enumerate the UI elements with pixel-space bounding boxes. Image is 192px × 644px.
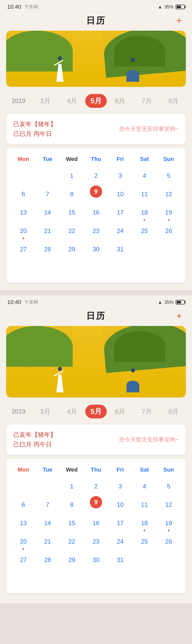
- month-4[interactable]: 4月: [59, 95, 85, 108]
- cal-cell-5[interactable]: 5: [156, 167, 181, 184]
- cal2-cell-12[interactable]: 12: [156, 496, 181, 513]
- cal-cell-empty-3: [132, 241, 157, 258]
- cal2-cell-1[interactable]: 1: [60, 478, 84, 495]
- cal2-cell-27[interactable]: 27: [11, 551, 36, 569]
- cal-cell-6[interactable]: 6: [11, 185, 36, 203]
- month-5-active[interactable]: 5月: [85, 94, 107, 108]
- add-button-1[interactable]: +: [176, 15, 182, 26]
- cal2-cell-16[interactable]: 16: [84, 514, 108, 532]
- cal-cell-13[interactable]: 13: [11, 204, 36, 221]
- status-brand-1: 千库网: [24, 4, 38, 10]
- cal2-empty-6: [36, 570, 60, 587]
- cal2-cell-25[interactable]: 25: [132, 533, 157, 550]
- add-button-2[interactable]: +: [176, 311, 182, 321]
- cal-cell-24[interactable]: 24: [108, 222, 132, 240]
- cal2-cell-23[interactable]: 23: [84, 533, 108, 550]
- cal-cell-28[interactable]: 28: [36, 241, 60, 258]
- cal2-cell-6[interactable]: 6: [11, 496, 36, 513]
- month-8-s2[interactable]: 8月: [160, 405, 187, 418]
- month-6[interactable]: 6月: [107, 95, 133, 108]
- hill-right2-2: [114, 331, 165, 362]
- cal2-cell-today[interactable]: 9: [90, 496, 102, 508]
- cal2-cell-26[interactable]: 26: [156, 533, 181, 550]
- cal2-cell-18[interactable]: 18: [132, 514, 157, 532]
- cal2-empty-1: [11, 478, 36, 495]
- cal-cell-26[interactable]: 26: [156, 222, 181, 240]
- cal-cell-empty-7: [60, 259, 84, 276]
- cal2-cell-13[interactable]: 13: [11, 514, 36, 532]
- cal-cell-30[interactable]: 30: [84, 241, 108, 258]
- figure-white-head-1: [58, 56, 62, 60]
- cal-cell-21[interactable]: 21: [36, 222, 60, 240]
- battery-icon-2: [176, 300, 185, 305]
- cal-cell-17[interactable]: 17: [108, 204, 132, 221]
- cal2-cell-11[interactable]: 11: [132, 496, 157, 513]
- hill-right2-1: [114, 36, 165, 66]
- cal2-cell-24[interactable]: 24: [108, 533, 132, 550]
- cal-cell-31[interactable]: 31: [108, 241, 132, 258]
- figure-blue-body-1: [126, 70, 139, 82]
- cal2-cell-31[interactable]: 31: [108, 551, 132, 569]
- cal-cell-16[interactable]: 16: [84, 204, 108, 221]
- cal-cell-today-1[interactable]: 9: [90, 185, 102, 198]
- lunar-line1-2: 己亥年【猪年】: [13, 431, 56, 439]
- cal2-cell-30[interactable]: 30: [84, 551, 108, 569]
- cal2-cell-28[interactable]: 28: [36, 551, 60, 569]
- cal2-cell-22[interactable]: 22: [60, 533, 84, 550]
- cal2-cell-29[interactable]: 29: [60, 551, 84, 569]
- figure-blue-head-2: [131, 368, 135, 372]
- cal-cell-3[interactable]: 3: [108, 167, 132, 184]
- status-right-1: ▲ 35%: [158, 4, 185, 10]
- header-1: 日历 +: [0, 12, 192, 31]
- cal2-cell-7[interactable]: 7: [36, 496, 60, 513]
- status-time-1: 10:40: [7, 4, 21, 10]
- cal-cell-7[interactable]: 7: [36, 185, 60, 203]
- cal2-cell-19[interactable]: 19: [156, 514, 181, 532]
- cal2-cell-21[interactable]: 21: [36, 533, 60, 550]
- month-3[interactable]: 3月: [32, 95, 58, 108]
- month-6-s2[interactable]: 6月: [107, 405, 133, 418]
- cal2-empty-4: [156, 551, 181, 569]
- month-4-s2[interactable]: 4月: [59, 405, 85, 418]
- cal2-cell-3[interactable]: 3: [108, 478, 132, 495]
- battery-percent-1: 35%: [164, 4, 174, 10]
- cal-cell-2[interactable]: 2: [84, 167, 108, 184]
- cal2-cell-17[interactable]: 17: [108, 514, 132, 532]
- lunar-info-2: 己亥年【猪年】 己巳月 丙午日: [13, 431, 56, 449]
- cal-cell-11[interactable]: 11: [132, 185, 157, 203]
- month-7-s2[interactable]: 7月: [133, 405, 160, 418]
- cal-cell-18[interactable]: 18: [132, 204, 157, 221]
- cal2-cell-8[interactable]: 8: [60, 496, 84, 513]
- cal-cell-1[interactable]: 1: [60, 167, 84, 184]
- month-7[interactable]: 7月: [133, 95, 160, 108]
- cal2-cell-10[interactable]: 10: [108, 496, 132, 513]
- cal-cell-15[interactable]: 15: [60, 204, 84, 221]
- cal2-cell-14[interactable]: 14: [36, 514, 60, 532]
- month-3-s2[interactable]: 3月: [32, 405, 58, 418]
- illustration-2: [6, 326, 186, 397]
- cal-cell-25[interactable]: 25: [132, 222, 157, 240]
- cal-cell-23[interactable]: 23: [84, 222, 108, 240]
- cal-cell-4[interactable]: 4: [132, 167, 157, 184]
- battery-percent-2: 35%: [164, 300, 174, 305]
- figure-white-body-2: [56, 374, 63, 392]
- cal2-cell-4[interactable]: 4: [132, 478, 157, 495]
- cal-cell-20[interactable]: 20: [11, 222, 36, 240]
- cal-cell-19[interactable]: 19: [156, 204, 181, 221]
- cal2-cell-5[interactable]: 5: [156, 478, 181, 495]
- figure-white-head-2: [58, 367, 62, 371]
- cal-cell-27[interactable]: 27: [11, 241, 36, 258]
- day-tue-1: Tue: [36, 154, 60, 164]
- cal-cell-29[interactable]: 29: [60, 241, 84, 258]
- month-5-active-s2[interactable]: 5月: [85, 405, 107, 418]
- cal2-cell-20[interactable]: 20: [11, 533, 36, 550]
- cal2-cell-2[interactable]: 2: [84, 478, 108, 495]
- cal-cell-22[interactable]: 22: [60, 222, 84, 240]
- cal-cell-10[interactable]: 10: [108, 185, 132, 203]
- cal2-empty-2: [36, 478, 60, 495]
- month-8[interactable]: 8月: [160, 95, 187, 108]
- cal-cell-8[interactable]: 8: [60, 185, 84, 203]
- cal2-cell-15[interactable]: 15: [60, 514, 84, 532]
- cal-cell-12[interactable]: 12: [156, 185, 181, 203]
- cal-cell-14[interactable]: 14: [36, 204, 60, 221]
